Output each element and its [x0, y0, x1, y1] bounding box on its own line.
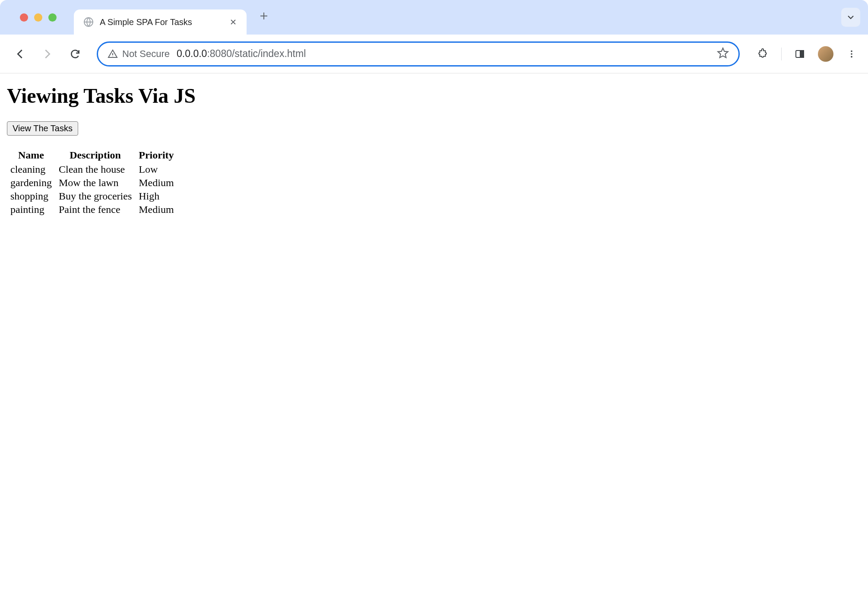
table-row: shoppingBuy the groceriesHigh	[7, 190, 177, 203]
cell-description: Clean the house	[55, 163, 135, 176]
toolbar-right	[750, 46, 859, 62]
toolbar-divider	[781, 48, 782, 60]
url-path: :8080/static/index.html	[207, 48, 306, 59]
cell-description: Paint the fence	[55, 203, 135, 216]
page-heading: Viewing Tasks Via JS	[7, 84, 861, 108]
cell-description: Mow the lawn	[55, 176, 135, 190]
cell-priority: Medium	[135, 203, 177, 216]
svg-point-4	[851, 53, 852, 55]
table-row: gardeningMow the lawnMedium	[7, 176, 177, 190]
tabs-dropdown-button[interactable]	[841, 8, 860, 27]
cell-priority: High	[135, 190, 177, 203]
security-label: Not Secure	[122, 48, 170, 60]
col-header-priority: Priority	[135, 148, 177, 163]
cell-name: shopping	[7, 190, 55, 203]
url-domain: 0.0.0.0	[177, 48, 207, 59]
cell-name: gardening	[7, 176, 55, 190]
browser-toolbar: Not Secure 0.0.0.0:8080/static/index.htm…	[0, 35, 868, 73]
cell-priority: Low	[135, 163, 177, 176]
address-bar[interactable]: Not Secure 0.0.0.0:8080/static/index.htm…	[97, 41, 740, 66]
tab-strip: A Simple SPA For Tasks	[0, 0, 868, 35]
close-tab-icon[interactable]	[228, 17, 238, 27]
svg-point-5	[851, 56, 852, 57]
col-header-name: Name	[7, 148, 55, 163]
table-row: cleaningClean the houseLow	[7, 163, 177, 176]
back-button[interactable]	[9, 43, 31, 65]
tasks-table: Name Description Priority cleaningClean …	[7, 148, 177, 216]
extensions-icon[interactable]	[755, 46, 771, 62]
url-text: 0.0.0.0:8080/static/index.html	[177, 48, 710, 60]
security-badge[interactable]: Not Secure	[108, 48, 170, 60]
new-tab-button[interactable]	[254, 6, 273, 25]
cell-description: Buy the groceries	[55, 190, 135, 203]
page-content: Viewing Tasks Via JS View The Tasks Name…	[0, 73, 868, 227]
table-header-row: Name Description Priority	[7, 148, 177, 163]
tab-title: A Simple SPA For Tasks	[100, 17, 222, 27]
maximize-window-button[interactable]	[48, 13, 57, 22]
browser-tab[interactable]: A Simple SPA For Tasks	[74, 10, 247, 35]
side-panel-icon[interactable]	[792, 46, 808, 62]
forward-button[interactable]	[36, 43, 59, 65]
browser-chrome: A Simple SPA For Tasks	[0, 0, 868, 73]
bookmark-star-icon[interactable]	[717, 47, 729, 61]
cell-name: painting	[7, 203, 55, 216]
svg-rect-2	[800, 51, 804, 57]
window-controls	[8, 0, 65, 35]
menu-icon[interactable]	[844, 46, 859, 62]
close-window-button[interactable]	[20, 13, 28, 22]
view-tasks-button[interactable]: View The Tasks	[7, 121, 78, 136]
col-header-description: Description	[55, 148, 135, 163]
profile-avatar[interactable]	[818, 46, 833, 62]
table-row: paintingPaint the fenceMedium	[7, 203, 177, 216]
minimize-window-button[interactable]	[34, 13, 42, 22]
globe-icon	[83, 17, 94, 27]
reload-button[interactable]	[64, 43, 86, 65]
cell-priority: Medium	[135, 176, 177, 190]
svg-point-3	[851, 50, 852, 52]
warning-icon	[108, 49, 118, 59]
cell-name: cleaning	[7, 163, 55, 176]
